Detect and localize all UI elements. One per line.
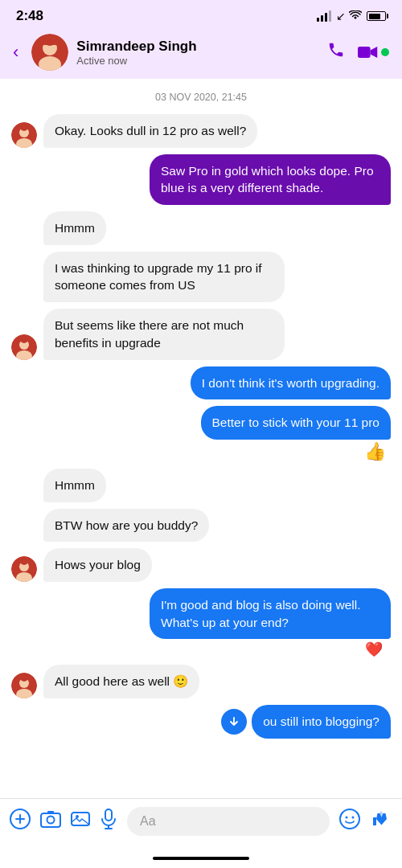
- message-row: I don't think it's worth upgrading.: [11, 366, 391, 400]
- avatar: [11, 122, 37, 148]
- message-bubble: Hmmm: [43, 211, 106, 245]
- back-button[interactable]: ‹: [8, 39, 23, 66]
- avatar: [11, 334, 37, 360]
- phone-call-button[interactable]: [327, 41, 345, 63]
- signal-icon: [317, 10, 332, 22]
- message-row: BTW how are you buddy?: [11, 509, 391, 542]
- add-attachment-button[interactable]: [10, 809, 31, 834]
- contact-name: Simrandeep Singh: [76, 39, 319, 55]
- avatar: [11, 673, 37, 698]
- message-row: Hmmm: [11, 469, 391, 502]
- status-icons: ↙: [317, 10, 386, 23]
- date-label: 03 NOV 2020, 21:45: [11, 92, 391, 103]
- scroll-down-indicator[interactable]: [221, 709, 247, 735]
- svg-point-31: [346, 817, 348, 819]
- message-row: ou still into blogging?: [11, 705, 391, 739]
- home-indicator: [0, 852, 402, 868]
- message-bubble: Hows your blog: [43, 548, 152, 582]
- message-row: I was thinking to upgrade my 11 pro if s…: [11, 252, 391, 302]
- message-bubble: I'm good and blog is also doing well. Wh…: [150, 588, 391, 639]
- svg-rect-25: [72, 813, 89, 825]
- avatar: [11, 556, 37, 582]
- battery-icon: [367, 11, 386, 21]
- message-bubble: Okay. Looks dull in 12 pro as well?: [43, 114, 257, 148]
- contact-avatar[interactable]: [31, 34, 68, 71]
- message-row: Okay. Looks dull in 12 pro as well?: [11, 114, 391, 148]
- svg-point-32: [352, 817, 355, 819]
- home-bar: [153, 857, 249, 860]
- chat-area: 03 NOV 2020, 21:45 Okay. Looks dull in 1…: [0, 79, 402, 798]
- message-bubble: Hmmm: [43, 469, 106, 502]
- svg-rect-4: [358, 47, 371, 58]
- contact-info: Simrandeep Singh Active now: [76, 39, 319, 67]
- microphone-button[interactable]: [100, 809, 117, 834]
- emoji-button[interactable]: [339, 809, 360, 834]
- svg-point-8: [20, 123, 28, 131]
- message-row: Better to stick with your 11 pro 👍: [11, 406, 391, 462]
- wifi-icon: ↙: [336, 10, 362, 23]
- message-row: All good here as well 🙂: [11, 665, 391, 698]
- message-row: Hows your blog: [11, 548, 391, 582]
- svg-point-16: [20, 557, 28, 565]
- message-bubble: But seems like there are not much benefi…: [43, 309, 285, 359]
- svg-point-12: [20, 335, 28, 343]
- message-bubble: ou still into blogging?: [252, 705, 391, 739]
- camera-button[interactable]: [40, 810, 61, 833]
- svg-point-23: [47, 817, 55, 824]
- like-button[interactable]: [370, 808, 392, 836]
- svg-point-30: [340, 809, 359, 829]
- gallery-button[interactable]: [71, 809, 90, 833]
- message-row: Saw Pro in gold which looks dope. Pro bl…: [11, 154, 391, 205]
- message-bubble: I don't think it's worth upgrading.: [191, 366, 391, 400]
- chat-header: ‹ Simrandeep Singh Active now: [0, 29, 402, 79]
- online-dot: [381, 48, 389, 56]
- contact-status: Active now: [76, 55, 319, 67]
- status-time: 2:48: [16, 8, 43, 24]
- message-row: Hmmm: [11, 211, 391, 245]
- header-actions: [327, 41, 389, 63]
- video-call-button[interactable]: [358, 43, 389, 61]
- status-bar: 2:48 ↙: [0, 0, 402, 29]
- message-bubble: Better to stick with your 11 pro: [201, 406, 391, 440]
- svg-rect-24: [47, 811, 54, 814]
- message-bubble: Saw Pro in gold which looks dope. Pro bl…: [150, 154, 391, 205]
- message-input[interactable]: Aa: [127, 807, 330, 836]
- svg-point-20: [20, 674, 28, 682]
- message-bubble: All good here as well 🙂: [43, 665, 199, 698]
- message-bubble: BTW how are you buddy?: [43, 509, 209, 542]
- input-placeholder: Aa: [140, 814, 156, 828]
- message-row: I'm good and blog is also doing well. Wh…: [11, 588, 391, 658]
- message-bubble: I was thinking to upgrade my 11 pro if s…: [43, 252, 285, 302]
- thumbs-up-emoji: 👍: [364, 441, 386, 462]
- input-toolbar: Aa: [0, 798, 402, 852]
- message-row: But seems like there are not much benefi…: [11, 309, 391, 359]
- heart-emoji: ❤️: [365, 641, 383, 658]
- svg-rect-27: [105, 809, 112, 821]
